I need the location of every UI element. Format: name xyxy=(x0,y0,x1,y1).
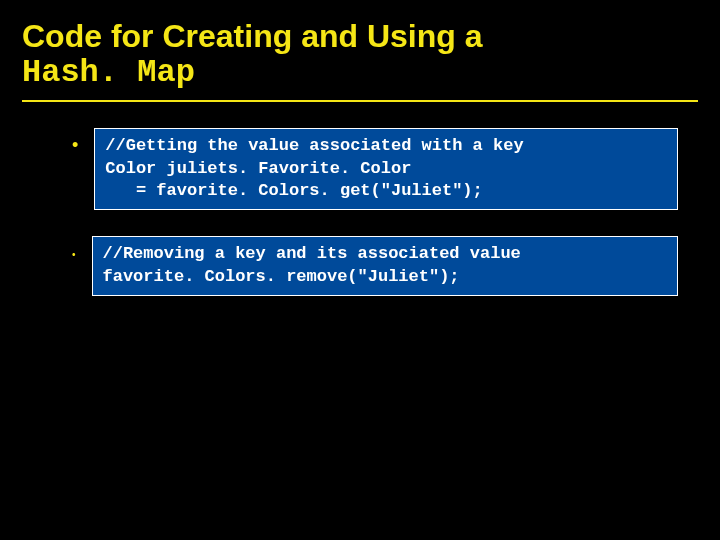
slide-title: Code for Creating and Using a Hash. Map xyxy=(22,18,698,92)
code-block: //Removing a key and its associated valu… xyxy=(92,236,678,296)
title-line-1: Code for Creating and Using a xyxy=(22,18,698,55)
bullet-item: • //Getting the value associated with a … xyxy=(72,128,678,211)
slide: Code for Creating and Using a Hash. Map … xyxy=(0,0,720,540)
code-text: //Getting the value associated with a ke… xyxy=(105,135,667,204)
code-text: //Removing a key and its associated valu… xyxy=(103,243,667,289)
code-block: //Getting the value associated with a ke… xyxy=(94,128,678,211)
bullet-icon: • xyxy=(72,250,76,260)
title-divider xyxy=(22,100,698,102)
bullet-icon: • xyxy=(72,136,78,154)
bullet-item: • //Removing a key and its associated va… xyxy=(72,236,678,296)
title-line-2: Hash. Map xyxy=(22,55,698,92)
content-area: • //Getting the value associated with a … xyxy=(22,128,698,297)
